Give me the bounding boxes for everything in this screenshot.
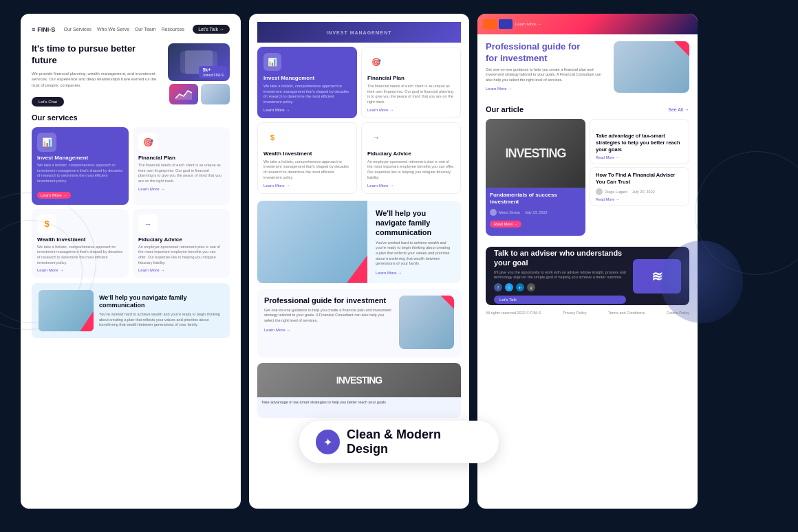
financial-learn-more[interactable]: Learn More → <box>138 187 224 191</box>
read-more-sm1[interactable]: Read More → <box>596 155 683 159</box>
right-panel: Learn More → Professional guide for for … <box>477 14 698 509</box>
mid-pro-title: Professional guide for investment <box>264 296 393 305</box>
mid-family-desc: You've worked hard to achieve wealth and… <box>376 241 453 267</box>
mid-fiduciary-name: Fiduciary Advice <box>367 151 455 157</box>
articles-grid: INVESTING Fundamentals of success invest… <box>486 119 689 236</box>
invest-desc: We take a holistic, comprehensive approa… <box>37 163 123 184</box>
top-learn-more[interactable]: Learn More → <box>515 22 541 26</box>
mid-wealth-name: Wealth Investment <box>263 151 351 157</box>
service-card-fiduciary: → Fiduciary Advice An employer-sponsored… <box>133 209 230 278</box>
family-title: We'll help you navigate family communica… <box>99 294 223 310</box>
wealth-desc: We take a holistic, comprehensive approa… <box>37 245 123 266</box>
article-cards-right: Viana Kolyba July 21, 2022 Take advantag… <box>590 119 689 236</box>
nav-link-services[interactable]: Our Services <box>63 27 91 32</box>
nav-link-team[interactable]: Our Team <box>135 27 156 32</box>
see-all-link[interactable]: See All → <box>668 107 689 112</box>
mid-pro-image <box>399 296 454 349</box>
nav-links: Our Services Who We Serve Our Team Resou… <box>63 27 184 32</box>
left-panel: ≡ FINI-S Our Services Who We Serve Our T… <box>21 14 241 509</box>
mid-wealth-desc: We take a holistic, comprehensive approa… <box>263 159 351 181</box>
mid-card-invest: 📊 Invest Management We take a holistic, … <box>257 47 357 118</box>
services-section-title: Our services <box>32 113 230 122</box>
financial-name: Financial Plan <box>138 155 224 161</box>
clean-badge-text: Clean & Modern Design <box>347 428 482 456</box>
clean-modern-badge: ✦ Clean & Modern Design <box>299 421 499 463</box>
mid-invest-learn[interactable]: Learn More → <box>263 108 351 112</box>
hero-description: We provide financial planning, wealth ma… <box>32 71 162 88</box>
logo-icon: ≡ <box>32 26 35 33</box>
articles-section: Our article See All → INVESTING Fundamen… <box>477 100 698 247</box>
right-pro-section: Professional guide for for investment Ge… <box>477 34 698 100</box>
talk-section: Talk to an adviser who understands your … <box>486 247 689 305</box>
nav-link-who[interactable]: Who We Serve <box>97 27 129 32</box>
article-small-2: How To Find A Financial Adviser You Can … <box>590 167 689 206</box>
mid-invest-icon: 📊 <box>263 53 281 71</box>
right-pro-title: Professional guide for for investment <box>486 41 608 65</box>
mid-pro-section: Professional guide for investment Get on… <box>257 289 461 357</box>
right-top-strip: Learn More → <box>477 14 698 34</box>
invest-learn-more[interactable]: Learn More → <box>37 192 71 199</box>
invest-name: Invest Management <box>37 155 123 161</box>
read-more-sm2[interactable]: Read More → <box>596 197 683 201</box>
service-card-invest: 📊 Invest Management We take a holistic, … <box>32 127 129 205</box>
mid-card-fiduciary: → Fiduciary Advice An employer-sponsored… <box>361 122 461 194</box>
small-card-chart <box>169 84 198 104</box>
service-card-wealth: $ Wealth Investment We take a holistic, … <box>32 209 129 278</box>
clean-badge-icon: ✦ <box>316 430 340 454</box>
talk-desc: It'll give you the opportunity to work w… <box>494 270 626 280</box>
badge-5k: 5k+ Joined FINI-S <box>199 66 227 78</box>
right-footer: All rights reserved 2022 © FINI-S Privac… <box>477 311 698 315</box>
service-card-financial: 🎯 Financial Plan The financial needs of … <box>133 127 230 205</box>
talk-text: Talk to an adviser who understands your … <box>494 248 626 304</box>
article-image-big: INVESTING <box>486 119 585 188</box>
privacy-policy-link[interactable]: Privacy Policy <box>563 311 586 315</box>
fiduciary-desc: An employer-sponsored retirement plan is… <box>138 245 224 266</box>
mid-investing-card: INVESTING Take advantage of tax-smart st… <box>257 363 461 418</box>
article-small-2-author: Diego Lugaro July 20, 2022 <box>596 188 683 195</box>
copyright-text: All rights reserved 2022 © FINI-S <box>486 311 541 315</box>
mid-pro-text: Professional guide for investment Get on… <box>264 296 393 351</box>
financial-desc: The financial needs of each client is as… <box>138 163 224 184</box>
mid-card-wealth: $ Wealth Investment We take a holistic, … <box>257 122 357 194</box>
facebook-icon[interactable]: f <box>494 283 502 291</box>
linkedin-icon[interactable]: in <box>516 283 524 291</box>
twitter-icon[interactable]: t <box>505 283 513 291</box>
article-small-2-title: How To Find A Financial Adviser You Can … <box>596 172 683 186</box>
fiduciary-learn-more[interactable]: Learn More → <box>138 268 224 272</box>
hero-text: It's time to pursue better future We pro… <box>32 43 162 107</box>
mid-financial-learn[interactable]: Learn More → <box>367 108 455 112</box>
fiduciary-name: Fiduciary Advice <box>138 236 224 243</box>
article-author-big: Mario Simon July 23, 2022 <box>490 209 581 216</box>
talk-cta-button[interactable]: Let's Talk <box>494 296 626 304</box>
wealth-learn-more[interactable]: Learn More → <box>37 268 123 272</box>
terms-link[interactable]: Terms and Conditions <box>608 311 645 315</box>
mid-family-image <box>257 201 367 283</box>
right-pro-learn[interactable]: Learn More → <box>486 87 608 91</box>
nav-cta-button[interactable]: Let's Talk → <box>193 25 230 34</box>
article-title-big: Fundamentals of success investment <box>490 192 581 206</box>
services-grid: 📊 Invest Management We take a holistic, … <box>32 127 230 278</box>
right-pro-image <box>614 41 689 93</box>
mid-wealth-learn[interactable]: Learn More → <box>263 184 351 188</box>
mid-invest-body: Take advantage of tax-smart strategies t… <box>257 397 461 408</box>
author-avatar-sm1 <box>596 124 603 131</box>
nav-link-resources[interactable]: Resources <box>162 27 184 32</box>
hero-cta-button[interactable]: Let's Chat <box>32 97 64 107</box>
cookie-policy-link[interactable]: Cookie Policy <box>667 311 689 315</box>
mid-fiduciary-learn[interactable]: Learn More → <box>367 184 455 188</box>
mid-financial-desc: The financial needs of each client is as… <box>367 84 455 105</box>
hero-section: It's time to pursue better future We pro… <box>32 43 230 107</box>
hero-image-bottom <box>169 84 230 104</box>
family-description: You've worked hard to achieve wealth and… <box>99 312 223 328</box>
article-small-1: Viana Kolyba July 21, 2022 Take advantag… <box>590 119 689 164</box>
read-more-big[interactable]: Read More → <box>490 221 521 228</box>
mid-pro-desc: Get one-on-one guidance to help you crea… <box>264 308 393 324</box>
mid-invest-image: INVESTING <box>257 363 461 397</box>
mid-pro-learn[interactable]: Learn More → <box>264 328 393 332</box>
github-icon[interactable]: g <box>527 283 535 291</box>
mid-family-title: We'll help you navigate family communica… <box>376 208 453 238</box>
mid-invest-name: Invest Management <box>263 75 351 81</box>
right-pro-desc: Get one-on-one guidance to help you crea… <box>486 67 608 83</box>
wealth-icon: $ <box>37 214 56 234</box>
mid-family-learn[interactable]: Learn More → <box>376 271 453 275</box>
